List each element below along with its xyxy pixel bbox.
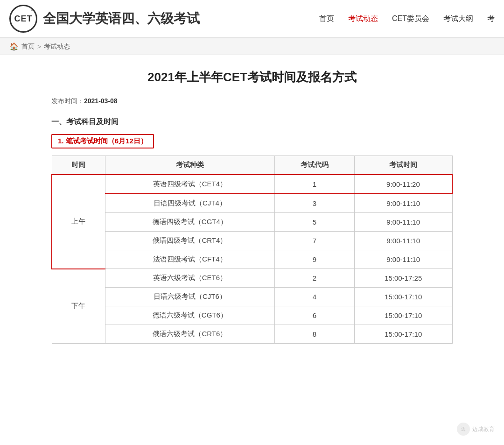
exam-code: 7: [274, 232, 354, 250]
col-time: 考试时间: [354, 156, 452, 175]
exam-name: 日语四级考试（CJT4）: [105, 194, 274, 213]
logo-text: CET: [14, 14, 33, 24]
breadcrumb: 🏠 首页 > 考试动态: [0, 38, 504, 55]
exam-code: 8: [274, 325, 354, 344]
exam-time: 15:00-17:25: [354, 269, 452, 288]
exam-code: 5: [274, 213, 354, 232]
exam-code: 1: [274, 175, 354, 194]
exam-name: 日语六级考试（CJT6）: [105, 288, 274, 306]
exam-name: 英语四级考试（CET4）: [105, 175, 274, 194]
exam-code: 3: [274, 194, 354, 213]
table-row: 日语四级考试（CJT4） 3 9:00-11:10: [52, 194, 452, 213]
home-icon: 🏠: [9, 42, 19, 51]
subsection1-title: 1. 笔试考试时间（6月12日）: [51, 134, 154, 148]
exam-code: 9: [274, 250, 354, 269]
breadcrumb-current: 考试动态: [44, 42, 70, 51]
exam-name: 俄语四级考试（CRT4）: [105, 232, 274, 250]
section1-title: 一、考试科目及时间: [51, 117, 453, 127]
nav-exam-news[interactable]: 考试动态: [348, 14, 378, 24]
exam-time: 9:00-11:10: [354, 213, 452, 232]
col-period: 时间: [52, 156, 105, 175]
logo-area: CET 全国大学英语四、六级考试: [9, 5, 319, 33]
exam-name: 德语六级考试（CGT6）: [105, 306, 274, 325]
table-row: 俄语四级考试（CRT4） 7 9:00-11:10: [52, 232, 452, 250]
col-code: 考试代码: [274, 156, 354, 175]
publish-info: 发布时间：2021-03-08: [51, 97, 453, 106]
exam-name: 英语六级考试（CET6）: [105, 269, 274, 288]
exam-name: 法语四级考试（CFT4）: [105, 250, 274, 269]
site-title: 全国大学英语四、六级考试: [43, 10, 200, 28]
exam-time: 9:00-11:10: [354, 194, 452, 213]
breadcrumb-home-link[interactable]: 首页: [21, 42, 35, 51]
table-header-row: 时间 考试种类 考试代码 考试时间: [52, 156, 452, 175]
period-afternoon: 下午: [52, 269, 105, 344]
exam-time: 15:00-17:10: [354, 306, 452, 325]
table-row: 日语六级考试（CJT6） 4 15:00-17:10: [52, 288, 452, 306]
page-title: 2021年上半年CET考试时间及报名方式: [51, 69, 453, 85]
table-row: 上午 英语四级考试（CET4） 1 9:00-11:20: [52, 175, 452, 194]
main-nav: 首页 考试动态 CET委员会 考试大纲 考: [319, 14, 495, 24]
col-type: 考试种类: [105, 156, 274, 175]
table-row: 德语四级考试（CGT4） 5 9:00-11:10: [52, 213, 452, 232]
nav-more[interactable]: 考: [487, 14, 495, 24]
table-row: 法语四级考试（CFT4） 9 9:00-11:10: [52, 250, 452, 269]
publish-date: 2021-03-08: [84, 97, 118, 105]
header: CET 全国大学英语四、六级考试 首页 考试动态 CET委员会 考试大纲 考: [0, 0, 504, 38]
table-row: 德语六级考试（CGT6） 6 15:00-17:10: [52, 306, 452, 325]
exam-time: 15:00-17:10: [354, 325, 452, 344]
exam-time: 9:00-11:10: [354, 232, 452, 250]
exam-code: 6: [274, 306, 354, 325]
logo-icon: CET: [9, 5, 37, 33]
publish-label: 发布时间：: [51, 97, 84, 105]
nav-committee[interactable]: CET委员会: [392, 14, 429, 24]
exam-code: 4: [274, 288, 354, 306]
nav-home[interactable]: 首页: [319, 14, 334, 24]
exam-time: 9:00-11:10: [354, 250, 452, 269]
main-content: 2021年上半年CET考试时间及报名方式 发布时间：2021-03-08 一、考…: [42, 55, 462, 367]
table-row: 俄语六级考试（CRT6） 8 15:00-17:10: [52, 325, 452, 344]
exam-time: 9:00-11:20: [354, 175, 452, 194]
breadcrumb-separator: >: [37, 43, 41, 50]
exam-name: 俄语六级考试（CRT6）: [105, 325, 274, 344]
table-row: 下午 英语六级考试（CET6） 2 15:00-17:25: [52, 269, 452, 288]
exam-code: 2: [274, 269, 354, 288]
exam-name: 德语四级考试（CGT4）: [105, 213, 274, 232]
exam-table: 时间 考试种类 考试代码 考试时间 上午 英语四级考试（CET4） 1 9:00…: [51, 155, 453, 344]
exam-time: 15:00-17:10: [354, 288, 452, 306]
nav-syllabus[interactable]: 考试大纲: [443, 14, 473, 24]
period-morning: 上午: [52, 175, 105, 269]
